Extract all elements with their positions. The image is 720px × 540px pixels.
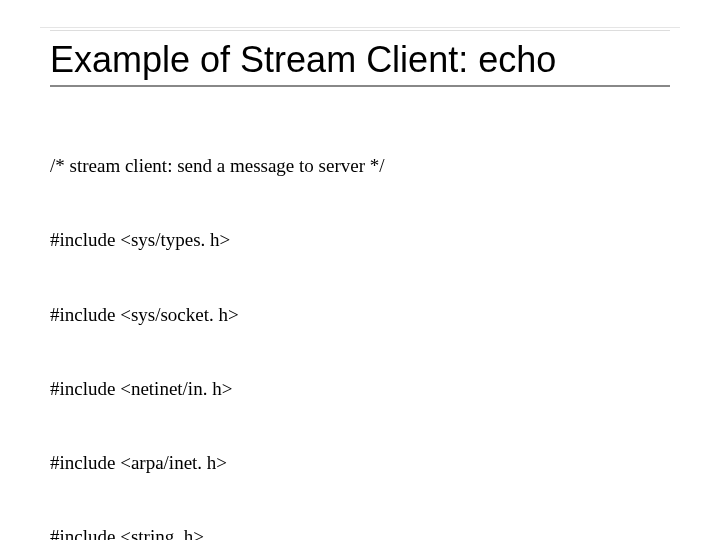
code-block: /* stream client: send a message to serv… <box>50 105 670 540</box>
code-line: #include <string. h> <box>50 525 670 540</box>
title-container: Example of Stream Client: echo <box>50 30 670 87</box>
code-line: #include <sys/socket. h> <box>50 303 670 328</box>
code-line: /* stream client: send a message to serv… <box>50 154 670 179</box>
slide: Example of Stream Client: echo /* stream… <box>0 0 720 540</box>
code-line: #include <arpa/inet. h> <box>50 451 670 476</box>
code-line: #include <sys/types. h> <box>50 228 670 253</box>
slide-title: Example of Stream Client: echo <box>50 39 670 81</box>
code-line: #include <netinet/in. h> <box>50 377 670 402</box>
